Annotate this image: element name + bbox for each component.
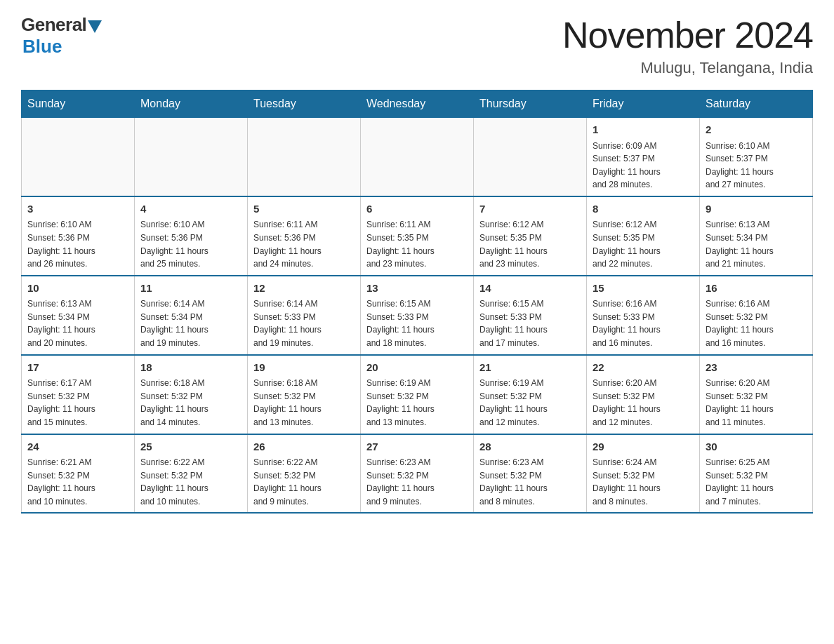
day-info: Sunrise: 6:13 AMSunset: 5:34 PMDaylight:…: [706, 218, 807, 270]
calendar-cell: 25Sunrise: 6:22 AMSunset: 5:32 PMDayligh…: [135, 434, 248, 514]
calendar-cell: 10Sunrise: 6:13 AMSunset: 5:34 PMDayligh…: [22, 276, 135, 355]
day-number: 29: [593, 439, 694, 455]
calendar-cell: 11Sunrise: 6:14 AMSunset: 5:34 PMDayligh…: [135, 276, 248, 355]
calendar-cell: 8Sunrise: 6:12 AMSunset: 5:35 PMDaylight…: [587, 196, 700, 276]
logo-triangle-icon: [88, 20, 102, 33]
day-info: Sunrise: 6:16 AMSunset: 5:33 PMDaylight:…: [593, 297, 694, 349]
calendar-cell: 27Sunrise: 6:23 AMSunset: 5:32 PMDayligh…: [361, 434, 474, 514]
calendar-cell: 26Sunrise: 6:22 AMSunset: 5:32 PMDayligh…: [248, 434, 361, 514]
day-info: Sunrise: 6:10 AMSunset: 5:36 PMDaylight:…: [27, 218, 128, 270]
day-info: Sunrise: 6:12 AMSunset: 5:35 PMDaylight:…: [593, 218, 694, 270]
day-info: Sunrise: 6:18 AMSunset: 5:32 PMDaylight:…: [253, 377, 355, 429]
calendar-cell: 22Sunrise: 6:20 AMSunset: 5:32 PMDayligh…: [587, 355, 700, 434]
day-number: 17: [27, 360, 128, 376]
calendar-table: SundayMondayTuesdayWednesdayThursdayFrid…: [21, 90, 813, 514]
logo-general-text: General: [21, 14, 86, 36]
day-info: Sunrise: 6:11 AMSunset: 5:36 PMDaylight:…: [253, 218, 355, 270]
calendar-cell: [22, 118, 135, 196]
calendar-cell: 5Sunrise: 6:11 AMSunset: 5:36 PMDaylight…: [248, 196, 361, 276]
day-info: Sunrise: 6:22 AMSunset: 5:32 PMDaylight:…: [253, 456, 355, 508]
day-info: Sunrise: 6:09 AMSunset: 5:37 PMDaylight:…: [593, 140, 694, 192]
weekday-header-friday: Friday: [587, 90, 700, 118]
day-number: 1: [593, 122, 694, 138]
weekday-header-saturday: Saturday: [700, 90, 813, 118]
weekday-header-sunday: Sunday: [22, 90, 135, 118]
day-info: Sunrise: 6:12 AMSunset: 5:35 PMDaylight:…: [479, 218, 581, 270]
day-number: 14: [479, 281, 581, 297]
day-number: 24: [27, 439, 128, 455]
day-number: 30: [706, 439, 807, 455]
day-info: Sunrise: 6:20 AMSunset: 5:32 PMDaylight:…: [706, 377, 807, 429]
day-info: Sunrise: 6:16 AMSunset: 5:32 PMDaylight:…: [706, 297, 807, 349]
day-number: 16: [706, 281, 807, 297]
weekday-header-wednesday: Wednesday: [361, 90, 474, 118]
calendar-week-row-4: 17Sunrise: 6:17 AMSunset: 5:32 PMDayligh…: [22, 355, 813, 434]
calendar-cell: 15Sunrise: 6:16 AMSunset: 5:33 PMDayligh…: [587, 276, 700, 355]
calendar-cell: 2Sunrise: 6:10 AMSunset: 5:37 PMDaylight…: [700, 118, 813, 196]
day-info: Sunrise: 6:23 AMSunset: 5:32 PMDaylight:…: [366, 456, 468, 508]
calendar-week-row-2: 3Sunrise: 6:10 AMSunset: 5:36 PMDaylight…: [22, 196, 813, 276]
calendar-cell: [248, 118, 361, 196]
day-info: Sunrise: 6:10 AMSunset: 5:37 PMDaylight:…: [706, 140, 807, 192]
day-number: 3: [27, 201, 128, 217]
weekday-header-thursday: Thursday: [474, 90, 587, 118]
calendar-cell: 9Sunrise: 6:13 AMSunset: 5:34 PMDaylight…: [700, 196, 813, 276]
day-info: Sunrise: 6:10 AMSunset: 5:36 PMDaylight:…: [140, 218, 241, 270]
calendar-cell: 29Sunrise: 6:24 AMSunset: 5:32 PMDayligh…: [587, 434, 700, 514]
day-info: Sunrise: 6:25 AMSunset: 5:32 PMDaylight:…: [706, 456, 807, 508]
calendar-cell: 12Sunrise: 6:14 AMSunset: 5:33 PMDayligh…: [248, 276, 361, 355]
day-number: 18: [140, 360, 241, 376]
calendar-cell: 23Sunrise: 6:20 AMSunset: 5:32 PMDayligh…: [700, 355, 813, 434]
calendar-cell: [135, 118, 248, 196]
calendar-cell: 21Sunrise: 6:19 AMSunset: 5:32 PMDayligh…: [474, 355, 587, 434]
calendar-cell: 1Sunrise: 6:09 AMSunset: 5:37 PMDaylight…: [587, 118, 700, 196]
day-number: 19: [253, 360, 355, 376]
day-number: 26: [253, 439, 355, 455]
logo-blue-text: Blue: [22, 36, 62, 58]
calendar-week-row-3: 10Sunrise: 6:13 AMSunset: 5:34 PMDayligh…: [22, 276, 813, 355]
day-number: 28: [479, 439, 581, 455]
calendar-cell: [361, 118, 474, 196]
day-number: 15: [593, 281, 694, 297]
day-number: 13: [366, 281, 468, 297]
calendar-cell: 30Sunrise: 6:25 AMSunset: 5:32 PMDayligh…: [700, 434, 813, 514]
day-number: 8: [593, 201, 694, 217]
weekday-header-monday: Monday: [135, 90, 248, 118]
day-info: Sunrise: 6:14 AMSunset: 5:33 PMDaylight:…: [253, 297, 355, 349]
day-number: 4: [140, 201, 241, 217]
day-info: Sunrise: 6:23 AMSunset: 5:32 PMDaylight:…: [479, 456, 581, 508]
day-number: 11: [140, 281, 241, 297]
calendar-cell: 7Sunrise: 6:12 AMSunset: 5:35 PMDaylight…: [474, 196, 587, 276]
calendar-cell: 14Sunrise: 6:15 AMSunset: 5:33 PMDayligh…: [474, 276, 587, 355]
day-info: Sunrise: 6:21 AMSunset: 5:32 PMDaylight:…: [27, 456, 128, 508]
calendar-cell: 19Sunrise: 6:18 AMSunset: 5:32 PMDayligh…: [248, 355, 361, 434]
day-number: 5: [253, 201, 355, 217]
calendar-week-row-5: 24Sunrise: 6:21 AMSunset: 5:32 PMDayligh…: [22, 434, 813, 514]
calendar-cell: 4Sunrise: 6:10 AMSunset: 5:36 PMDaylight…: [135, 196, 248, 276]
day-number: 21: [479, 360, 581, 376]
day-info: Sunrise: 6:14 AMSunset: 5:34 PMDaylight:…: [140, 297, 241, 349]
day-number: 25: [140, 439, 241, 455]
day-info: Sunrise: 6:15 AMSunset: 5:33 PMDaylight:…: [479, 297, 581, 349]
calendar-week-row-1: 1Sunrise: 6:09 AMSunset: 5:37 PMDaylight…: [22, 118, 813, 196]
day-number: 22: [593, 360, 694, 376]
day-info: Sunrise: 6:19 AMSunset: 5:32 PMDaylight:…: [479, 377, 581, 429]
calendar-cell: 24Sunrise: 6:21 AMSunset: 5:32 PMDayligh…: [22, 434, 135, 514]
calendar-cell: 18Sunrise: 6:18 AMSunset: 5:32 PMDayligh…: [135, 355, 248, 434]
day-info: Sunrise: 6:24 AMSunset: 5:32 PMDaylight:…: [593, 456, 694, 508]
day-info: Sunrise: 6:17 AMSunset: 5:32 PMDaylight:…: [27, 377, 128, 429]
day-number: 2: [706, 122, 807, 138]
day-number: 9: [706, 201, 807, 217]
day-info: Sunrise: 6:18 AMSunset: 5:32 PMDaylight:…: [140, 377, 241, 429]
day-info: Sunrise: 6:22 AMSunset: 5:32 PMDaylight:…: [140, 456, 241, 508]
header: General Blue November 2024 Mulugu, Telan…: [21, 14, 813, 77]
day-info: Sunrise: 6:11 AMSunset: 5:35 PMDaylight:…: [366, 218, 468, 270]
day-number: 10: [27, 281, 128, 297]
calendar-cell: 3Sunrise: 6:10 AMSunset: 5:36 PMDaylight…: [22, 196, 135, 276]
day-info: Sunrise: 6:19 AMSunset: 5:32 PMDaylight:…: [366, 377, 468, 429]
location-title: Mulugu, Telangana, India: [562, 59, 813, 77]
day-number: 23: [706, 360, 807, 376]
calendar-cell: 16Sunrise: 6:16 AMSunset: 5:32 PMDayligh…: [700, 276, 813, 355]
calendar-cell: [474, 118, 587, 196]
month-title: November 2024: [562, 14, 813, 56]
